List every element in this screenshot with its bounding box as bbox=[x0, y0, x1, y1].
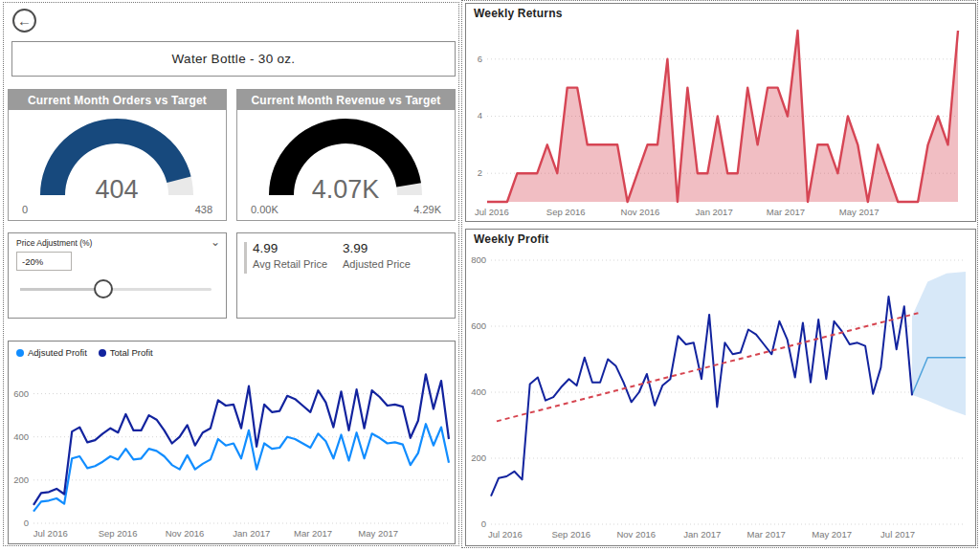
svg-text:Sep 2016: Sep 2016 bbox=[551, 529, 590, 540]
gauge-card-revenue: Current Month Revenue vs Target 4.07K0.0… bbox=[236, 89, 456, 221]
svg-text:Jul 2017: Jul 2017 bbox=[880, 529, 915, 540]
svg-text:400: 400 bbox=[13, 431, 29, 442]
svg-text:Mar 2017: Mar 2017 bbox=[767, 207, 805, 217]
chart-legend: Adjsuted Profit Total Profit bbox=[16, 347, 153, 358]
chevron-down-icon[interactable]: ⌄ bbox=[211, 235, 220, 249]
revenue-gauge[interactable]: 4.07K0.00K4.29K bbox=[237, 110, 455, 220]
svg-text:Jul 2016: Jul 2016 bbox=[33, 528, 68, 539]
svg-text:Jan 2017: Jan 2017 bbox=[233, 528, 270, 539]
legend-label: Adjsuted Profit bbox=[28, 347, 87, 358]
weekly-returns-title: Weekly Returns bbox=[474, 7, 563, 20]
orders-gauge[interactable]: 4040438 bbox=[9, 110, 226, 220]
svg-text:438: 438 bbox=[195, 204, 212, 215]
svg-text:0: 0 bbox=[22, 204, 28, 215]
svg-text:0.00K: 0.00K bbox=[251, 204, 278, 215]
svg-text:600: 600 bbox=[471, 320, 486, 331]
back-button[interactable]: ← bbox=[12, 9, 36, 33]
svg-text:Sep 2016: Sep 2016 bbox=[546, 207, 586, 217]
svg-text:0: 0 bbox=[481, 518, 486, 529]
avg-retail-price-value: 4.99 bbox=[253, 241, 327, 255]
legend-item-total-profit[interactable]: Total Profit bbox=[99, 347, 153, 358]
weekly-returns-chart[interactable]: 246Jul 2016Sep 2016Nov 2016Jan 2017Mar 2… bbox=[466, 25, 975, 221]
legend-item-adjusted-profit[interactable]: Adjsuted Profit bbox=[16, 347, 87, 358]
avg-retail-price-kpi: 4.99 Avg Retail Price bbox=[253, 241, 327, 270]
avg-retail-price-label: Avg Retail Price bbox=[253, 258, 327, 270]
svg-text:May 2017: May 2017 bbox=[812, 529, 852, 540]
svg-text:0: 0 bbox=[24, 518, 29, 528]
svg-text:Jan 2017: Jan 2017 bbox=[696, 207, 733, 217]
weekly-profit-title: Weekly Profit bbox=[474, 232, 548, 246]
adjusted-price-kpi: 3.99 Adjusted Price bbox=[343, 241, 411, 270]
price-adjustment-slicer: Price Adjustment (%) ⌄ bbox=[8, 232, 227, 319]
gauge-revenue-title: Current Month Revenue vs Target bbox=[237, 90, 455, 110]
total-profit-dot-icon bbox=[99, 349, 106, 357]
weekly-profit-chart[interactable]: 0200400600800Jul 2016Sep 2016Nov 2016Jan… bbox=[466, 251, 975, 543]
svg-text:Jul 2016: Jul 2016 bbox=[475, 207, 509, 217]
svg-text:Mar 2017: Mar 2017 bbox=[294, 528, 332, 539]
back-arrow-icon: ← bbox=[17, 12, 32, 29]
adjusted-price-label: Adjusted Price bbox=[343, 258, 411, 270]
svg-text:May 2017: May 2017 bbox=[358, 528, 398, 539]
profit-comparison-chart[interactable]: 0200400600Jul 2016Sep 2016Nov 2016Jan 20… bbox=[9, 363, 455, 542]
adjusted-profit-dot-icon bbox=[16, 349, 24, 357]
svg-text:4: 4 bbox=[478, 110, 482, 121]
svg-text:200: 200 bbox=[471, 452, 486, 463]
legend-label: Total Profit bbox=[110, 347, 153, 358]
svg-text:600: 600 bbox=[13, 388, 29, 399]
right-dashboard-panel: Weekly Returns 246Jul 2016Sep 2016Nov 20… bbox=[461, 0, 978, 548]
card-accent-bar bbox=[244, 242, 247, 274]
svg-text:800: 800 bbox=[471, 254, 486, 265]
svg-text:Jul 2016: Jul 2016 bbox=[488, 529, 523, 540]
price-summary-card: 4.99 Avg Retail Price 3.99 Adjusted Pric… bbox=[236, 232, 456, 319]
svg-text:6: 6 bbox=[478, 54, 482, 64]
gauge-card-orders: Current Month Orders vs Target 4040438 bbox=[8, 89, 227, 221]
product-title-card: Water Bottle - 30 oz. bbox=[11, 41, 456, 77]
profit-comparison-chart-card: Adjsuted Profit Total Profit 0200400600J… bbox=[8, 341, 456, 544]
svg-text:4.29K: 4.29K bbox=[413, 204, 441, 215]
price-slider-track[interactable] bbox=[20, 288, 212, 291]
svg-text:Jan 2017: Jan 2017 bbox=[683, 529, 721, 540]
svg-text:Nov 2016: Nov 2016 bbox=[166, 528, 205, 539]
gauge-orders-title: Current Month Orders vs Target bbox=[9, 90, 226, 110]
svg-text:Nov 2016: Nov 2016 bbox=[621, 207, 660, 217]
price-slider-active-track bbox=[20, 288, 103, 291]
page-title: Water Bottle - 30 oz. bbox=[172, 52, 296, 66]
svg-text:Mar 2017: Mar 2017 bbox=[747, 529, 786, 540]
adjusted-price-value: 3.99 bbox=[343, 241, 411, 255]
svg-text:2: 2 bbox=[478, 167, 482, 178]
weekly-profit-chart-card: Weekly Profit 0200400600800Jul 2016Sep 2… bbox=[465, 229, 976, 546]
left-dashboard-panel: ← Water Bottle - 30 oz. Current Month Or… bbox=[3, 2, 459, 546]
svg-text:Sep 2016: Sep 2016 bbox=[99, 528, 138, 539]
svg-text:200: 200 bbox=[13, 474, 29, 485]
price-slider-handle[interactable] bbox=[94, 279, 113, 298]
svg-text:404: 404 bbox=[95, 175, 138, 204]
weekly-returns-chart-card: Weekly Returns 246Jul 2016Sep 2016Nov 20… bbox=[465, 3, 976, 222]
price-adjustment-input[interactable] bbox=[16, 252, 72, 271]
svg-text:Nov 2016: Nov 2016 bbox=[616, 529, 656, 540]
svg-text:4.07K: 4.07K bbox=[312, 175, 380, 204]
slicer-label: Price Adjustment (%) bbox=[16, 238, 92, 248]
svg-text:May 2017: May 2017 bbox=[839, 207, 880, 217]
svg-text:400: 400 bbox=[471, 386, 486, 397]
